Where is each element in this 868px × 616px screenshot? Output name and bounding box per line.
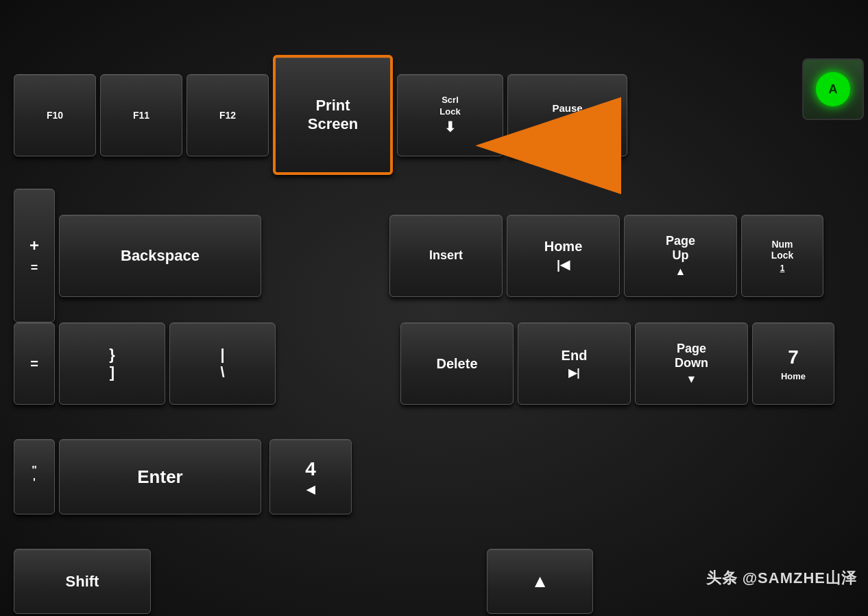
- enter-key[interactable]: Enter: [59, 439, 261, 514]
- num7-key[interactable]: 7 Home: [752, 322, 834, 405]
- plus-key[interactable]: + =: [14, 189, 55, 322]
- backspace-key[interactable]: Backspace: [59, 215, 261, 297]
- shift-row: Shift ▲: [14, 549, 155, 614]
- nav-row-2: = }] |\ Delete End ▶| PageDown ▼ 7 Ho: [14, 322, 834, 405]
- print-screen-key[interactable]: PrintScreen: [273, 55, 393, 175]
- f10-key[interactable]: F10: [14, 74, 96, 156]
- shift-key[interactable]: Shift: [14, 549, 151, 614]
- arrow-up-key[interactable]: ▲: [487, 549, 593, 614]
- keyboard-scene: F10 F11 F12 PrintScreen ScrlLock ⬇ Pause…: [0, 0, 868, 616]
- pause-break-key[interactable]: PauseBreak: [507, 74, 627, 156]
- watermark: 头条 @SAMZHE山泽: [706, 568, 857, 589]
- backslash-key[interactable]: |\: [169, 322, 276, 405]
- page-up-key[interactable]: PageUp ▲: [624, 215, 737, 297]
- num4-key[interactable]: 4 ◀: [269, 439, 352, 514]
- num-lock-key[interactable]: NumLock 1: [741, 215, 823, 297]
- bracket-key[interactable]: }]: [59, 322, 165, 405]
- nav-row-1: + = Backspace Insert Home |◀ PageUp ▲ Nu…: [14, 189, 823, 322]
- end-key[interactable]: End ▶|: [518, 322, 631, 405]
- home-key[interactable]: Home |◀: [507, 215, 620, 297]
- quote-key[interactable]: "': [14, 439, 55, 514]
- f11-key[interactable]: F11: [100, 74, 182, 156]
- function-key-row: F10 F11 F12 PrintScreen ScrlLock ⬇ Pause…: [14, 55, 627, 175]
- insert-key[interactable]: Insert: [389, 215, 503, 297]
- caps-lock-indicator: A: [802, 58, 864, 120]
- f12-key[interactable]: F12: [186, 74, 269, 156]
- keyboard-container: F10 F11 F12 PrintScreen ScrlLock ⬇ Pause…: [14, 14, 868, 602]
- page-down-key[interactable]: PageDown ▼: [635, 322, 748, 405]
- enter-row: "' Enter 4 ◀: [14, 439, 352, 514]
- scroll-lock-key[interactable]: ScrlLock ⬇: [397, 74, 503, 156]
- caps-led: A: [816, 72, 850, 106]
- equals-key[interactable]: =: [14, 322, 55, 405]
- delete-key[interactable]: Delete: [400, 322, 514, 405]
